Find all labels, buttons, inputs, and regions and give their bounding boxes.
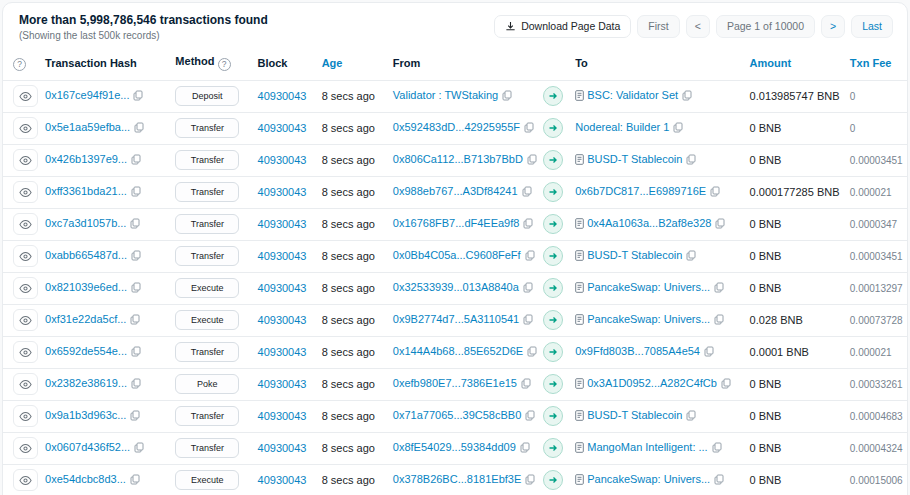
tx-hash-link[interactable]: 0x426b1397e9... <box>45 153 127 165</box>
to-address-link[interactable]: Nodereal: Builder 1 <box>575 121 669 133</box>
header-amount[interactable]: Amount <box>746 47 846 80</box>
copy-icon[interactable] <box>712 443 722 455</box>
tx-hash-link[interactable]: 0xc7a3d1057b... <box>45 217 126 229</box>
block-link[interactable]: 40930043 <box>258 218 307 230</box>
from-address-link[interactable]: 0x9B2774d7...5A3110541 <box>393 313 519 325</box>
download-page-data-button[interactable]: Download Page Data <box>494 15 631 38</box>
from-address-link[interactable]: Validator : TWStaking <box>393 89 498 101</box>
copy-icon[interactable] <box>523 283 533 295</box>
tx-preview-button[interactable] <box>13 213 38 235</box>
copy-icon[interactable] <box>524 123 534 135</box>
copy-icon[interactable] <box>704 347 714 359</box>
copy-icon[interactable] <box>686 155 696 167</box>
tx-hash-link[interactable]: 0xf31e22da5cf... <box>45 313 126 325</box>
to-address-link[interactable]: MangoMan Intelligent: ... <box>587 441 707 453</box>
from-address-link[interactable]: 0x378B26BC...8181Ebf3E <box>393 473 521 485</box>
tx-hash-link[interactable]: 0x9a1b3d963c... <box>45 409 126 421</box>
from-address-link[interactable]: 0x988eb767...A3Df84241 <box>393 185 518 197</box>
copy-icon[interactable] <box>525 411 535 423</box>
from-address-link[interactable]: 0xefb980E7...7386E1e15 <box>393 377 517 389</box>
copy-icon[interactable] <box>714 315 724 327</box>
method-badge[interactable]: Transfer <box>175 118 239 138</box>
tx-preview-button[interactable] <box>13 149 38 171</box>
copy-icon[interactable] <box>131 187 141 199</box>
last-page-button[interactable]: Last <box>851 15 893 38</box>
copy-icon[interactable] <box>521 379 531 391</box>
method-badge[interactable]: Transfer <box>175 246 239 266</box>
copy-icon[interactable] <box>527 347 537 359</box>
copy-icon[interactable] <box>525 475 535 487</box>
tx-preview-button[interactable] <box>13 437 38 459</box>
tx-preview-button[interactable] <box>13 405 38 427</box>
method-badge[interactable]: Execute <box>175 470 239 490</box>
copy-icon[interactable] <box>130 219 140 231</box>
copy-icon[interactable] <box>523 315 533 327</box>
copy-icon[interactable] <box>527 155 537 167</box>
block-link[interactable]: 40930043 <box>258 122 307 134</box>
copy-icon[interactable] <box>686 411 696 423</box>
copy-icon[interactable] <box>131 379 141 391</box>
prev-page-button[interactable]: < <box>686 15 710 38</box>
block-link[interactable]: 40930043 <box>258 410 307 422</box>
header-txn-fee[interactable]: Txn Fee <box>846 47 907 80</box>
copy-icon[interactable] <box>714 283 724 295</box>
tx-preview-button[interactable] <box>13 309 38 331</box>
block-link[interactable]: 40930043 <box>258 250 307 262</box>
method-badge[interactable]: Transfer <box>175 342 239 362</box>
first-page-button[interactable]: First <box>637 15 679 38</box>
copy-icon[interactable] <box>131 283 141 295</box>
to-address-link[interactable]: 0x6b7DC817...E6989716E <box>575 185 706 197</box>
tx-preview-button[interactable] <box>13 85 38 107</box>
copy-icon[interactable] <box>131 251 141 263</box>
help-icon[interactable]: ? <box>13 58 26 71</box>
block-link[interactable]: 40930043 <box>258 378 307 390</box>
tx-hash-link[interactable]: 0x0607d436f52... <box>45 441 130 453</box>
tx-hash-link[interactable]: 0xff3361bda21... <box>45 185 127 197</box>
copy-icon[interactable] <box>134 123 144 135</box>
method-badge[interactable]: Execute <box>175 278 239 298</box>
copy-icon[interactable] <box>525 251 535 263</box>
method-badge[interactable]: Deposit <box>175 86 239 106</box>
to-address-link[interactable]: BUSD-T Stablecoin <box>587 409 682 421</box>
from-address-link[interactable]: 0x16768FB7...dF4EEa9f8 <box>393 217 520 229</box>
copy-icon[interactable] <box>523 219 533 231</box>
to-address-link[interactable]: 0x9Ffd803B...7085A4e54 <box>575 345 700 357</box>
copy-icon[interactable] <box>715 219 725 231</box>
to-address-link[interactable]: 0x4Aa1063a...B2af8e328 <box>587 217 711 229</box>
tx-preview-button[interactable] <box>13 373 38 395</box>
method-help-icon[interactable]: ? <box>218 58 231 71</box>
block-link[interactable]: 40930043 <box>258 90 307 102</box>
from-address-link[interactable]: 0x806Ca112...B713b7BbD <box>393 153 523 165</box>
copy-icon[interactable] <box>502 91 512 103</box>
to-address-link[interactable]: PancakeSwap: Univers... <box>587 313 710 325</box>
tx-hash-link[interactable]: 0x6592de554e... <box>45 345 127 357</box>
to-address-link[interactable]: BSC: Validator Set <box>587 89 678 101</box>
method-badge[interactable]: Transfer <box>175 438 239 458</box>
copy-icon[interactable] <box>714 475 724 487</box>
tx-hash-link[interactable]: 0xe54dcbc8d3... <box>45 473 126 485</box>
block-link[interactable]: 40930043 <box>258 442 307 454</box>
method-badge[interactable]: Transfer <box>175 150 239 170</box>
copy-icon[interactable] <box>721 379 731 391</box>
copy-icon[interactable] <box>673 123 683 135</box>
from-address-link[interactable]: 0x71a77065...39C58cBB0 <box>393 409 521 421</box>
tx-hash-link[interactable]: 0x5e1aa59efba... <box>45 121 130 133</box>
block-link[interactable]: 40930043 <box>258 282 307 294</box>
from-address-link[interactable]: 0x8fE54029...59384dd09 <box>393 441 516 453</box>
next-page-button[interactable]: > <box>821 15 845 38</box>
copy-icon[interactable] <box>682 91 692 103</box>
block-link[interactable]: 40930043 <box>258 186 307 198</box>
tx-preview-button[interactable] <box>13 341 38 363</box>
copy-icon[interactable] <box>133 91 143 103</box>
to-address-link[interactable]: 0x3A1D0952...A282C4fCb <box>587 377 717 389</box>
tx-preview-button[interactable] <box>13 245 38 267</box>
tx-hash-link[interactable]: 0x167ce94f91e... <box>45 89 129 101</box>
tx-preview-button[interactable] <box>13 181 38 203</box>
method-badge[interactable]: Transfer <box>175 214 239 234</box>
method-badge[interactable]: Execute <box>175 310 239 330</box>
method-badge[interactable]: Poke <box>175 374 239 394</box>
copy-icon[interactable] <box>686 251 696 263</box>
method-badge[interactable]: Transfer <box>175 406 239 426</box>
tx-preview-button[interactable] <box>13 117 38 139</box>
copy-icon[interactable] <box>131 155 141 167</box>
